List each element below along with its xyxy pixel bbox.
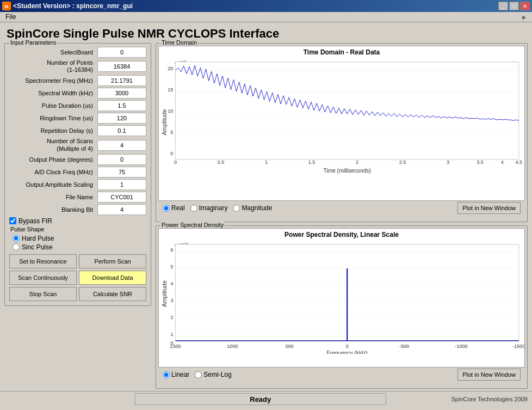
time-xtick-0: 0 (174, 158, 177, 164)
radio-magnitude-label[interactable]: Magnitude (233, 204, 272, 212)
scan-continuously-button[interactable]: Scan Continuously (9, 271, 77, 285)
time-xtick-3: 3 (447, 158, 449, 164)
input-adclock[interactable] (97, 167, 146, 178)
radio-real-label[interactable]: Real (163, 204, 185, 212)
param-row-selectboard: SelectBoard (9, 47, 146, 58)
time-domain-radios: Real Imaginary Magnitude (163, 204, 272, 212)
menu-bar: File ▶ (0, 12, 532, 22)
maximize-button[interactable]: □ (509, 2, 519, 10)
time-ytick-20: 20 (168, 65, 173, 71)
bypass-fir-checkbox[interactable] (9, 217, 16, 224)
label-numpoints: Number of Points(1-16384) (9, 59, 97, 74)
time-domain-plot-area: Time Domain - Real Data Amplitude × 10⁵ … (158, 46, 525, 201)
radio-imaginary[interactable] (190, 205, 197, 212)
label-outphase: Output Phase (degrees) (9, 156, 97, 163)
psd-ytick-5: 5 (170, 264, 173, 270)
param-row-specfreq: Spectrometer Freq (MHz) (9, 75, 146, 86)
time-domain-group-title: Time Domain (160, 39, 198, 46)
time-domain-svg: Amplitude × 10⁵ 20 15 10 5 0 (159, 57, 524, 187)
time-xtick-4: 4 (501, 158, 504, 164)
app-icon: M (2, 2, 11, 10)
window-title: <Student Version> : spincore_nmr_gui (13, 2, 133, 10)
radio-semilog-label[interactable]: Semi-Log (195, 371, 231, 378)
window-controls[interactable]: _ □ ✕ (498, 2, 530, 10)
button-grid: Set to Resonance Perform Scan Scan Conti… (9, 254, 146, 301)
svg-text:M: M (4, 4, 9, 9)
psd-group-title: Power Spectral Density (160, 222, 225, 228)
psd-radio-row: Linear Semi-Log Plot in New Window (158, 368, 525, 382)
radio-semilog[interactable] (195, 371, 202, 378)
radio-linear[interactable] (163, 371, 170, 378)
input-specwidth[interactable] (97, 88, 146, 99)
radio-hard-pulse[interactable]: Hard Pulse (13, 235, 146, 242)
label-blanking: Blanking Bit (9, 206, 97, 213)
time-domain-new-window-button[interactable]: Plot in New Window (457, 202, 521, 214)
file-menu[interactable]: File (2, 12, 19, 22)
psd-xtick-1500: 1500 (170, 343, 181, 349)
time-ytick-5: 5 (170, 129, 173, 135)
label-outamp: Output Amplitude Scaling (9, 181, 97, 188)
time-xtick-15: 1.5 (308, 158, 316, 164)
input-outphase[interactable] (97, 154, 146, 165)
radio-magnitude[interactable] (233, 205, 240, 212)
bypass-fir-row: Bypass FIR (9, 217, 146, 225)
time-y-label: Amplitude (162, 109, 168, 135)
status-copyright: SpinCore Technologies 2009 (451, 396, 528, 402)
input-pulsedur[interactable] (97, 100, 146, 111)
time-domain-plot-title: Time Domain - Real Data (159, 46, 524, 57)
param-row-repdelay: Repetition Delay (s) (9, 125, 146, 136)
time-xtick-25: 2.5 (399, 158, 406, 164)
input-numscans[interactable] (97, 140, 146, 151)
input-params-title: Input Parameters (9, 39, 57, 46)
right-panel: Time Domain Time Domain - Real Data Ampl… (156, 43, 528, 389)
time-domain-group: Time Domain Time Domain - Real Data Ampl… (156, 43, 528, 222)
status-bar: Ready SpinCore Technologies 2009 (0, 391, 532, 406)
input-numpoints[interactable] (97, 61, 146, 72)
label-filename: File Name (9, 193, 97, 201)
app-title: SpinCore Single Pulse NMR CYCLOPS Interf… (0, 22, 532, 43)
param-row-adclock: A/D Clock Freq (MHz) (9, 167, 146, 178)
psd-xtick-1000: 1000 (227, 343, 238, 349)
input-blanking[interactable] (97, 204, 146, 215)
param-row-specwidth: Spectral Width (kHz) (9, 88, 146, 99)
radio-imaginary-label[interactable]: Imaginary (190, 204, 228, 212)
close-button[interactable]: ✕ (520, 2, 530, 10)
time-ytick-0: 0 (170, 150, 173, 156)
label-repdelay: Repetition Delay (s) (9, 127, 97, 134)
minimize-button[interactable]: _ (498, 2, 508, 10)
status-ready: Ready (135, 393, 386, 405)
label-numscans: Number of Scans(Multiple of 4) (9, 138, 97, 152)
time-xtick-35: 3.5 (477, 158, 484, 164)
stop-scan-button[interactable]: Stop Scan (9, 287, 77, 301)
radio-real[interactable] (163, 205, 170, 212)
radio-hard-pulse-label: Hard Pulse (22, 235, 54, 242)
psd-new-window-button[interactable]: Plot in New Window (457, 369, 521, 381)
radio-sinc-pulse-input[interactable] (13, 243, 20, 250)
radio-hard-pulse-input[interactable] (13, 235, 20, 242)
psd-svg: Amplitude × 10¹⁶ 6 5 4 3 2 1 0 (159, 240, 524, 354)
label-specfreq: Spectrometer Freq (MHz) (9, 77, 97, 84)
download-data-button[interactable]: Download Data (79, 271, 146, 285)
calculate-snr-button[interactable]: Calculate SNR (79, 287, 146, 301)
psd-xtick-m500: -500 (399, 343, 409, 349)
input-selectboard[interactable] (97, 47, 146, 58)
param-row-outphase: Output Phase (degrees) (9, 154, 146, 165)
input-params-group: Input Parameters SelectBoard Number of P… (4, 43, 151, 306)
input-filename[interactable] (97, 192, 146, 203)
input-ringdown[interactable] (97, 113, 146, 124)
param-row-outamp: Output Amplitude Scaling (9, 179, 146, 190)
set-resonance-button[interactable]: Set to Resonance (9, 254, 77, 268)
label-selectboard: SelectBoard (9, 48, 97, 56)
time-plot-bg (176, 62, 519, 160)
time-xtick-1: 1 (265, 158, 268, 164)
input-repdelay[interactable] (97, 125, 146, 136)
psd-ytick-6: 6 (170, 247, 173, 253)
input-specfreq[interactable] (97, 75, 146, 86)
param-row-numpoints: Number of Points(1-16384) (9, 59, 146, 74)
radio-sinc-pulse[interactable]: Sinc Pulse (13, 243, 146, 251)
left-panel: Input Parameters SelectBoard Number of P… (4, 43, 151, 389)
input-outamp[interactable] (97, 179, 146, 190)
label-adclock: A/D Clock Freq (MHz) (9, 168, 97, 176)
radio-linear-label[interactable]: Linear (163, 371, 189, 378)
perform-scan-button[interactable]: Perform Scan (79, 254, 146, 268)
